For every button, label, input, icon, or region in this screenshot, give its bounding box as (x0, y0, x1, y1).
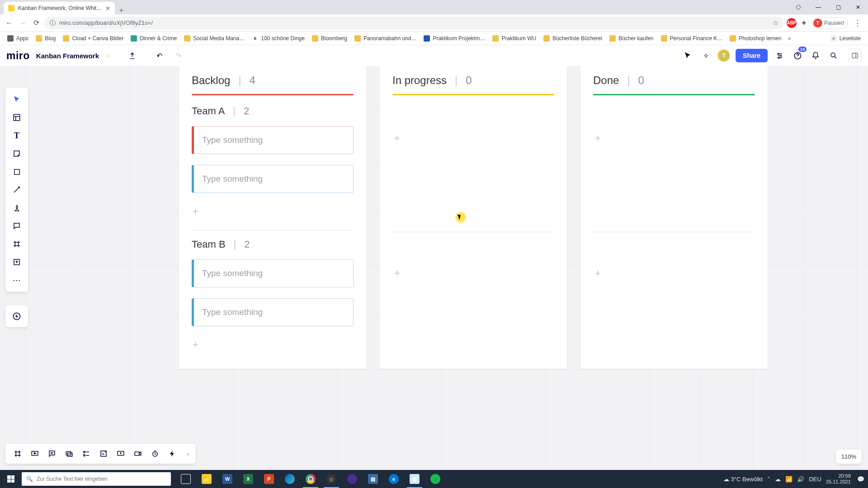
kanban-column-inprogress[interactable]: In progress | 0 + + (380, 66, 567, 369)
bookmark-item[interactable]: Apps (5, 34, 31, 43)
word-icon[interactable]: W (217, 470, 238, 488)
swimlane-header[interactable]: Team A | 2 (192, 105, 354, 117)
column-header[interactable]: In progress | 0 (392, 74, 554, 87)
shape-tool-icon[interactable] (8, 163, 26, 181)
add-card-button[interactable]: + (192, 337, 199, 352)
bookmark-item[interactable]: Dinner & Crime (128, 34, 179, 43)
excel-icon[interactable]: X (238, 470, 259, 488)
settings-icon[interactable] (773, 49, 786, 62)
add-card-button[interactable]: + (593, 124, 755, 152)
bookmark-item[interactable]: Bücherliste Bücherei (541, 34, 605, 43)
browser-tab[interactable]: Kanban Framework, Online Whit… ✕ (4, 2, 115, 14)
add-card-button[interactable]: + (192, 204, 199, 219)
site-info-icon[interactable]: ⓘ (50, 19, 56, 27)
network-icon[interactable]: 📶 (785, 476, 793, 483)
taskbar-clock[interactable]: 20:58 25.11.2021 (826, 473, 853, 484)
upload-tool-icon[interactable] (8, 253, 26, 271)
action-center-icon[interactable]: 💬 (857, 476, 864, 483)
select-tool-icon[interactable] (8, 90, 26, 108)
kanban-card[interactable]: Type something (192, 259, 354, 287)
list-icon[interactable] (78, 445, 95, 462)
chrome-menu-icon[interactable]: ⋮ (851, 18, 864, 28)
abp-extension-icon[interactable]: ABP (787, 18, 797, 28)
present-icon[interactable] (26, 445, 43, 462)
miro-canvas[interactable]: T ⋯ Backlog | 4 Team A | 2 (0, 66, 868, 470)
bookmark-item[interactable]: Praktikum WU (490, 34, 539, 43)
close-tab-icon[interactable]: ✕ (105, 5, 110, 12)
notepad-icon[interactable]: ▥ (404, 470, 425, 488)
app-icon[interactable] (342, 470, 363, 488)
swimlane-header[interactable]: Team B | 2 (192, 239, 354, 250)
app-icon[interactable]: ▤ (363, 470, 383, 488)
line-tool-icon[interactable] (8, 181, 26, 199)
task-view-icon[interactable] (175, 470, 196, 488)
kanban-column-backlog[interactable]: Backlog | 4 Team A | 2 Type something Ty… (179, 66, 366, 369)
start-button[interactable] (0, 470, 22, 488)
column-header[interactable]: Backlog | 4 (192, 74, 354, 87)
cursor-mode-icon[interactable] (681, 49, 694, 62)
miro-logo[interactable]: miro (6, 50, 30, 62)
bookmark-star-icon[interactable]: ☆ (773, 19, 778, 27)
embed-icon[interactable] (95, 445, 112, 462)
help-button[interactable]: 14 (791, 49, 804, 62)
tray-chevron-icon[interactable]: ˄ (767, 476, 770, 483)
minimize-button[interactable]: — (808, 0, 828, 14)
export-icon[interactable] (126, 49, 138, 62)
column-header[interactable]: Done | 0 (593, 74, 755, 87)
bookmark-item[interactable]: Bücher kaufen (607, 34, 656, 43)
onedrive-icon[interactable]: ☁ (775, 476, 781, 483)
pen-tool-icon[interactable] (8, 199, 26, 217)
star-icon[interactable]: ☆ (105, 52, 111, 59)
record-icon[interactable] (129, 445, 146, 462)
kanban-card[interactable]: Type something (192, 298, 354, 326)
search-icon[interactable] (827, 49, 840, 62)
board-title[interactable]: Kanban Framework (36, 52, 99, 60)
address-bar[interactable]: ⓘ miro.com/app/board/uXjVOf8yZ1s=/ ☆ (44, 17, 784, 29)
powerpoint-icon[interactable]: P (259, 470, 279, 488)
cards-icon[interactable] (61, 445, 78, 462)
user-avatar[interactable]: T (717, 49, 730, 62)
bookmark-item[interactable]: Blog (33, 34, 58, 43)
frames-panel-icon[interactable] (9, 445, 26, 462)
account-indicator-icon[interactable] (788, 0, 808, 14)
undo-button[interactable]: ↶ (153, 49, 165, 62)
zoom-level[interactable]: 110% (836, 450, 862, 464)
bookmarks-overflow-icon[interactable]: » (787, 34, 792, 42)
add-card-button[interactable]: + (392, 124, 554, 152)
bookmark-item[interactable]: Personal Finance K… (658, 34, 726, 43)
edge-icon[interactable] (279, 470, 300, 488)
notifications-icon[interactable] (809, 49, 822, 62)
back-button[interactable]: ← (4, 18, 14, 28)
language-indicator[interactable]: DEU (809, 476, 821, 483)
text-tool-icon[interactable]: T (8, 127, 26, 145)
bookmark-item[interactable]: Cload + Canva Bilder (60, 34, 126, 43)
more-tools-icon[interactable]: ⋯ (8, 271, 26, 289)
sticky-note-icon[interactable] (8, 145, 26, 163)
comment-tool-icon[interactable] (8, 217, 26, 235)
bookmark-item[interactable]: Panoramabahn und… (352, 34, 419, 43)
chrome-icon[interactable] (300, 470, 321, 488)
reading-list-button[interactable]: ≡ Leseliste (828, 34, 863, 43)
kanban-card[interactable]: Type something (192, 165, 354, 193)
frame-tool-icon[interactable] (8, 235, 26, 253)
bookmark-item[interactable]: B100 schöne Dinge (249, 34, 307, 43)
maximize-button[interactable]: ▢ (828, 0, 848, 14)
kanban-column-done[interactable]: Done | 0 + + (580, 66, 768, 369)
templates-icon[interactable] (8, 108, 26, 127)
collapse-bottombar-icon[interactable]: « (184, 450, 192, 457)
bookmark-item[interactable]: Praktikum Projektm… (421, 34, 488, 43)
reactions-icon[interactable]: ✧ (699, 49, 712, 62)
screenshare-icon[interactable] (112, 445, 129, 462)
volume-icon[interactable]: 🔊 (797, 476, 804, 483)
right-panel-toggle[interactable] (848, 49, 862, 62)
profile-button[interactable]: T Pausiert (812, 17, 848, 29)
bookmark-item[interactable]: Social Media Mana… (181, 34, 247, 43)
add-card-button[interactable]: + (593, 259, 755, 287)
spotify-icon[interactable]: ♪ (425, 470, 446, 488)
close-window-button[interactable]: ✕ (848, 0, 868, 14)
add-card-button[interactable]: + (392, 259, 554, 287)
edge-legacy-icon[interactable]: e (383, 470, 404, 488)
obs-icon[interactable]: ◎ (321, 470, 342, 488)
share-button[interactable]: Share (736, 49, 768, 62)
bookmark-item[interactable]: Photoshop lernen (727, 34, 784, 43)
